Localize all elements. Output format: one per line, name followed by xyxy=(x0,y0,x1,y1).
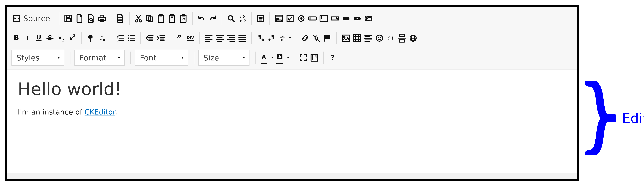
anchor-icon[interactable] xyxy=(323,31,332,45)
copyformat-icon[interactable] xyxy=(86,31,96,45)
svg-text:W: W xyxy=(182,17,185,21)
imagebutton-icon[interactable] xyxy=(352,11,362,26)
button-icon[interactable] xyxy=(341,11,351,26)
textarea-icon[interactable] xyxy=(319,11,328,26)
bulletlist-icon[interactable] xyxy=(126,31,136,45)
source-button[interactable]: Source xyxy=(12,11,54,26)
link-icon[interactable] xyxy=(300,31,310,45)
caret-down-icon xyxy=(270,56,274,60)
underline-icon[interactable]: U xyxy=(34,31,44,45)
preview-icon[interactable] xyxy=(86,11,96,26)
separator xyxy=(170,32,170,44)
italic-icon[interactable]: I xyxy=(23,31,32,45)
textfield-icon[interactable] xyxy=(308,11,317,26)
rtl-icon[interactable]: ¶ xyxy=(267,31,277,45)
separator xyxy=(294,52,294,64)
svg-marker-134 xyxy=(181,57,184,58)
smiley-icon[interactable] xyxy=(374,31,384,45)
svg-text:DIV: DIV xyxy=(187,36,194,40)
toolbar-row-3: Styles Format Font xyxy=(12,48,573,67)
subscript-icon[interactable]: x2 xyxy=(56,31,66,45)
caret-down-icon xyxy=(180,55,185,60)
paste-icon[interactable] xyxy=(156,11,166,26)
cut-icon[interactable] xyxy=(134,11,143,26)
unlink-icon[interactable] xyxy=(312,31,321,45)
annotation-editable-area: Editable area xyxy=(585,81,644,155)
iframe-icon[interactable] xyxy=(408,31,418,45)
maximize-icon[interactable] xyxy=(298,50,308,65)
svg-text:U: U xyxy=(36,34,41,41)
superscript-icon[interactable]: x2 xyxy=(68,31,77,45)
blockquote-icon[interactable]: ” xyxy=(174,31,184,45)
select-icon[interactable] xyxy=(330,11,340,26)
brace-icon xyxy=(585,81,616,155)
content-paragraph: I'm an instance of CKEditor. xyxy=(18,108,566,116)
language-button[interactable]: 話 xyxy=(278,31,292,45)
svg-marker-132 xyxy=(57,57,60,58)
table-icon[interactable] xyxy=(352,31,362,45)
selectall-icon[interactable] xyxy=(256,11,266,26)
image-icon[interactable] xyxy=(341,31,351,45)
form-icon[interactable] xyxy=(274,11,284,26)
svg-rect-2 xyxy=(66,19,70,22)
separator xyxy=(59,12,60,25)
size-combo[interactable]: Size xyxy=(198,50,250,66)
svg-line-26 xyxy=(232,19,234,22)
svg-text:a: a xyxy=(240,15,242,19)
save-icon[interactable] xyxy=(63,11,73,26)
separator xyxy=(129,12,130,25)
justify-icon[interactable] xyxy=(238,31,247,45)
toolbar-row-1: Source T xyxy=(12,9,573,28)
undo-icon[interactable] xyxy=(197,11,206,26)
ltr-icon[interactable]: ¶ xyxy=(256,31,266,45)
editable-content[interactable]: Hello world! I'm an instance of CKEditor… xyxy=(7,69,577,172)
svg-marker-135 xyxy=(242,57,245,58)
strike-icon[interactable]: S xyxy=(45,31,55,45)
find-icon[interactable] xyxy=(226,11,236,26)
textcolor-button[interactable]: A xyxy=(260,50,274,65)
redo-icon[interactable] xyxy=(208,11,218,26)
content-text-after: . xyxy=(115,108,117,116)
separator xyxy=(251,32,252,44)
aligncenter-icon[interactable] xyxy=(215,31,225,45)
format-combo-label: Format xyxy=(80,53,106,62)
alignright-icon[interactable] xyxy=(226,31,236,45)
paste-word-icon[interactable]: W xyxy=(178,11,188,26)
svg-text:Ω: Ω xyxy=(388,34,393,42)
checkbox-icon[interactable] xyxy=(285,11,295,26)
radio-icon[interactable] xyxy=(296,11,306,26)
bgcolor-button[interactable]: A xyxy=(275,50,290,65)
svg-text:b: b xyxy=(244,18,246,23)
replace-icon[interactable]: ab xyxy=(238,11,247,26)
svg-text:T: T xyxy=(171,17,173,21)
outdent-icon[interactable] xyxy=(145,31,154,45)
paste-text-icon[interactable]: T xyxy=(167,11,177,26)
separator xyxy=(111,12,111,25)
print-icon[interactable] xyxy=(97,11,107,26)
alignleft-icon[interactable] xyxy=(204,31,214,45)
styles-combo[interactable]: Styles xyxy=(12,50,64,66)
about-icon[interactable]: ? xyxy=(328,50,338,65)
specialchar-icon[interactable]: Ω xyxy=(386,31,396,45)
font-combo[interactable]: Font xyxy=(135,50,188,66)
caret-down-icon xyxy=(56,55,61,60)
indent-icon[interactable] xyxy=(156,31,166,45)
templates-icon[interactable] xyxy=(115,11,125,26)
div-icon[interactable]: DIV xyxy=(186,31,195,45)
bold-icon[interactable]: B xyxy=(12,31,21,45)
hr-icon[interactable] xyxy=(363,31,373,45)
content-text-before: I'm an instance of xyxy=(18,108,84,116)
content-heading: Hello world! xyxy=(18,79,566,99)
newpage-icon[interactable] xyxy=(74,11,84,26)
hiddenfield-icon[interactable] xyxy=(364,11,374,26)
showblocks-icon[interactable]: ¶ xyxy=(310,50,319,65)
content-link[interactable]: CKEditor xyxy=(84,108,115,116)
numlist-icon[interactable]: 123 xyxy=(115,31,125,45)
svg-rect-46 xyxy=(343,17,350,20)
format-combo[interactable]: Format xyxy=(74,50,125,66)
removeformat-icon[interactable]: T× xyxy=(97,31,107,45)
svg-text:I: I xyxy=(26,34,29,42)
svg-rect-127 xyxy=(400,39,404,42)
pagebreak-icon[interactable] xyxy=(397,31,407,45)
copy-icon[interactable] xyxy=(145,11,154,26)
